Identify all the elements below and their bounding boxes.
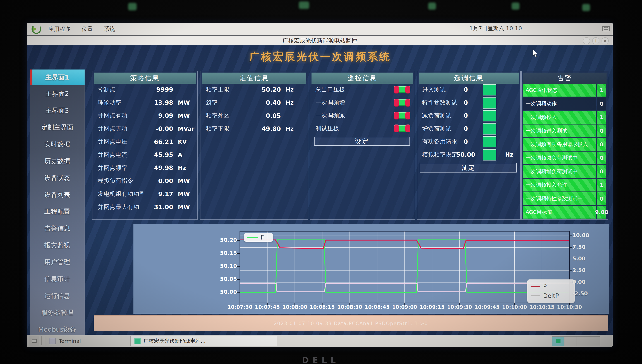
- row-unit: A: [173, 151, 194, 158]
- sidebar-item-label: 定制主界面: [41, 123, 74, 132]
- row-unit: MW: [173, 112, 194, 119]
- alarm-value: 1: [597, 111, 606, 124]
- sidebar-item-label: 信息审计: [44, 274, 70, 284]
- toggle-end-icon: [394, 112, 399, 120]
- sidebar-item[interactable]: 信息审计: [30, 270, 84, 287]
- maximize-button[interactable]: +: [592, 37, 599, 44]
- event-status-bar: 2023-01-07 10:09:33 Data.PCCAna1.PSDOper…: [94, 315, 608, 331]
- data-row: 并网点频率 49.98 Hz: [92, 162, 197, 174]
- window-title: 广核宏辰光伏新能源电站监控: [282, 37, 357, 44]
- workspace-cell[interactable]: [552, 337, 564, 346]
- legend-line-deltp-icon: [530, 296, 540, 296]
- show-desktop-button[interactable]: [29, 336, 40, 346]
- sidebar-item[interactable]: 设备列表: [30, 186, 84, 203]
- sidebar-item-label: 用户管理: [44, 258, 70, 266]
- sidebar-item[interactable]: 服务器管理: [30, 304, 84, 321]
- axis-tick-label: 50.00: [210, 289, 237, 295]
- x-axis-tick-label: 10:10:00: [500, 304, 529, 310]
- monitor-brand-logo: DELL: [288, 356, 353, 364]
- alarm-value: 0: [597, 165, 606, 178]
- screen: 应用程序 位置 系统 1月7日星期六 10:10 广核宏辰光伏新能源电站监控 −…: [27, 23, 612, 347]
- pressure-plate-toggle[interactable]: [394, 99, 410, 106]
- panel-title: 遥控信息: [312, 72, 413, 84]
- switch-label: 一次调频增: [316, 98, 345, 106]
- keyboard-indicator-icon[interactable]: [602, 24, 611, 33]
- sidebar-item[interactable]: 主界面3: [30, 102, 84, 119]
- alarm-value: 0: [597, 138, 606, 151]
- toggle-end-icon: [394, 99, 399, 106]
- row-value: 9999: [143, 86, 173, 93]
- row-value: 9.17: [143, 190, 173, 198]
- sidebar-nav: 主界面1 主界面2 主界面3 定制主界面 实时数据: [30, 70, 85, 335]
- value-input-box[interactable]: [483, 98, 496, 108]
- bezel-reflection: [299, 2, 309, 9]
- menu-item[interactable]: 位置: [82, 25, 93, 33]
- workspace-cell[interactable]: [576, 337, 588, 346]
- menu-item[interactable]: 应用程序: [48, 25, 70, 33]
- sidebar-item[interactable]: 主界面2: [30, 85, 84, 102]
- sidebar-item[interactable]: 实时数据: [30, 136, 84, 152]
- sidebar-item[interactable]: 历史数据: [30, 152, 84, 170]
- value-input-box[interactable]: [483, 84, 496, 96]
- switch-label: 测试压板: [316, 124, 339, 132]
- data-row: 频率上限 50.20 Hz: [200, 83, 308, 96]
- row-value: 50.00: [448, 151, 484, 158]
- sidebar-item[interactable]: 告警信息: [30, 220, 84, 237]
- value-input-box[interactable]: [483, 150, 496, 160]
- sidebar-item-label: 实时数据: [44, 140, 70, 149]
- minimize-button[interactable]: −: [583, 37, 590, 44]
- value-input-box[interactable]: [483, 110, 496, 122]
- sidebar-item[interactable]: 定制主界面: [30, 119, 84, 136]
- row-label: 并网点最大有功: [98, 203, 143, 211]
- alarm-label: 一次调频动作: [524, 98, 596, 110]
- pressure-plate-toggle[interactable]: [394, 112, 410, 120]
- sidebar-item[interactable]: 用户管理: [30, 254, 84, 270]
- alarm-value: 1: [597, 84, 606, 96]
- value-input-box[interactable]: [483, 124, 496, 134]
- taskbar-scada-button[interactable]: 广核宏辰光伏新能源电站...: [130, 336, 277, 346]
- axis-tick-label: -2.50: [572, 290, 599, 297]
- alarm-value: 9.00: [597, 206, 606, 218]
- distro-logo-icon[interactable]: [32, 24, 41, 34]
- value-input-box[interactable]: [483, 136, 496, 148]
- menu-item[interactable]: 系统: [104, 25, 115, 33]
- axis-tick-label: 50.15: [210, 250, 237, 256]
- page-title: 广核宏辰光伏一次调频系统: [27, 50, 612, 64]
- sidebar-item[interactable]: 主界面1: [30, 70, 84, 85]
- row-value: 0: [448, 99, 484, 106]
- pressure-plate-toggle[interactable]: [394, 86, 410, 94]
- window-title-bar[interactable]: 广核宏辰光伏新能源电站监控: [27, 36, 612, 45]
- set-button[interactable]: 设定: [314, 137, 410, 146]
- set-button[interactable]: 设定: [420, 163, 517, 172]
- workspace-cell[interactable]: [588, 337, 600, 346]
- sidebar-item-label: Modbus设备: [38, 325, 76, 334]
- x-axis-tick-label: 10:08:30: [335, 304, 364, 310]
- alarm-row: 一次调频动作 0: [524, 98, 606, 110]
- bezel-reflection: [512, 2, 520, 10]
- axis-tick-label: 2.50: [572, 267, 599, 273]
- sidebar-item-label: 运行信息: [44, 292, 70, 300]
- alarm-label: 一次调频减负荷测试中: [524, 152, 596, 164]
- row-label: 控制点: [98, 86, 143, 94]
- adjust-row: 有功备用请求 0: [417, 135, 520, 148]
- toggle-end-icon: [394, 124, 399, 132]
- sidebar-item[interactable]: 运行信息: [30, 287, 84, 304]
- switch-row: 一次调频减: [310, 109, 415, 122]
- workspace-cell[interactable]: [564, 337, 576, 346]
- sidebar-item[interactable]: 设备状态: [30, 170, 84, 186]
- sidebar-item[interactable]: Modbus设备: [30, 321, 84, 335]
- row-unit: MW: [173, 190, 194, 198]
- taskbar-terminal-button[interactable]: Terminal: [45, 336, 138, 346]
- desktop-taskbar: Terminal 广核宏辰光伏新能源电站...: [27, 334, 612, 347]
- pressure-plate-toggle[interactable]: [394, 124, 410, 132]
- data-row: 频率死区 0.05: [200, 109, 308, 122]
- switch-label: 一次调频减: [316, 112, 345, 120]
- sidebar-item-label: 告警信息: [44, 224, 70, 233]
- sidebar-item[interactable]: 工程配置: [30, 203, 84, 220]
- row-label: 发电机组有功功率: [98, 190, 143, 198]
- sidebar-item[interactable]: 报文监视: [30, 237, 84, 254]
- close-button[interactable]: ×: [602, 37, 609, 44]
- alarm-row: 一次调频进入测试 0: [524, 124, 606, 137]
- toggle-end-icon: [405, 99, 410, 106]
- data-row: 斜率 0.40 Hz: [200, 96, 308, 109]
